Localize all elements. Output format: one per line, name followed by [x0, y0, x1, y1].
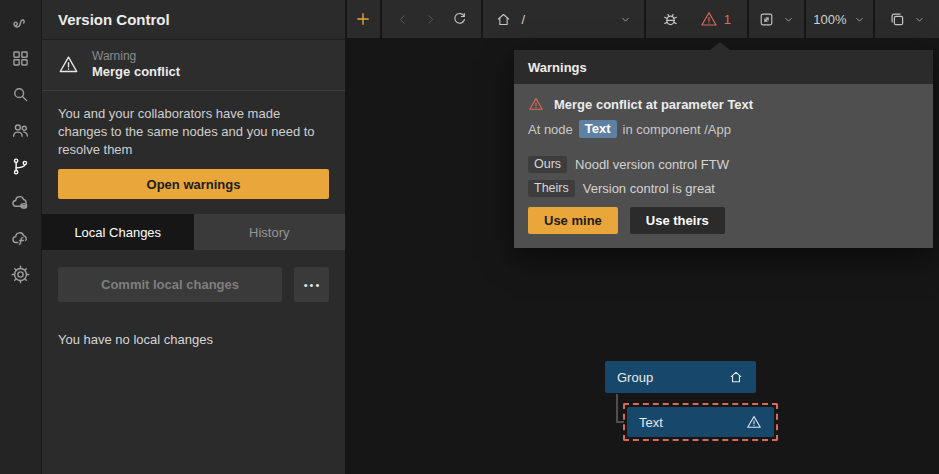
component-path: / [521, 12, 525, 27]
conflict-location: At node Text in component /App [528, 120, 919, 138]
popup-header: Warnings [514, 50, 933, 84]
popup-arrow [710, 42, 730, 50]
node-label: Group [617, 370, 653, 385]
merge-conflict-banner: Warning Merge conflict [42, 40, 345, 91]
alerts-group: 1 [646, 0, 747, 38]
navigation-group [382, 0, 482, 38]
canvas-toolbar: / 1 100% [345, 0, 939, 38]
theirs-value: Version control is great [583, 181, 715, 196]
collaborators-icon[interactable] [0, 112, 42, 148]
theirs-badge: Theirs [528, 180, 575, 197]
components-grid-icon[interactable] [0, 40, 42, 76]
back-button[interactable] [395, 12, 410, 27]
chevron-down-icon [853, 13, 866, 26]
cloud-services-icon[interactable] [0, 184, 42, 220]
commit-local-changes-button[interactable]: Commit local changes [58, 267, 282, 302]
viewport-size-dropdown[interactable] [875, 0, 939, 38]
node-connector-vertical [616, 394, 618, 423]
node-group[interactable]: Group [605, 361, 756, 393]
chevron-left-icon [395, 12, 410, 27]
expand-icon [758, 11, 775, 28]
conflict-title: Merge conflict at parameter Text [554, 97, 753, 112]
node-name-badge[interactable]: Text [579, 120, 617, 138]
chevron-right-icon [423, 12, 438, 27]
no-local-changes-message: You have no local changes [42, 302, 345, 347]
at-node-prefix: At node [528, 122, 573, 137]
search-icon[interactable] [0, 76, 42, 112]
warning-triangle-icon [700, 10, 718, 28]
tab-history[interactable]: History [194, 214, 346, 250]
conflict-actions: Use mine Use theirs [528, 207, 919, 234]
add-node-button[interactable] [347, 0, 380, 38]
ellipsis-icon: ••• [304, 279, 322, 291]
theirs-row: Theirs Version control is great [528, 180, 919, 197]
refresh-icon [451, 11, 468, 28]
tab-local-changes[interactable]: Local Changes [42, 214, 194, 250]
component-path-dropdown[interactable]: / [483, 0, 643, 38]
warning-count-badge: 1 [724, 12, 731, 27]
warning-triangle-icon [58, 54, 79, 75]
warning-triangle-icon [528, 96, 544, 112]
preview-mode-dropdown[interactable] [749, 0, 804, 38]
version-control-icon[interactable] [0, 148, 42, 184]
noodl-editor-window: Version Control Warning Merge conflict Y… [0, 0, 939, 474]
plus-icon [354, 10, 372, 28]
zoom-level-value: 100% [813, 12, 846, 27]
use-mine-button[interactable]: Use mine [528, 207, 618, 234]
home-icon [728, 369, 744, 385]
settings-gear-icon[interactable] [0, 256, 42, 292]
chevron-down-icon [619, 13, 632, 26]
warning-label: Warning [92, 49, 180, 64]
noodl-logo-icon[interactable] [0, 4, 42, 40]
ours-badge: Ours [528, 156, 567, 173]
panel-title: Version Control [58, 11, 170, 28]
warnings-indicator-button[interactable]: 1 [700, 10, 731, 28]
zoom-level-dropdown[interactable]: 100% [806, 0, 874, 38]
debug-button[interactable] [661, 10, 680, 29]
chevron-down-icon [782, 13, 795, 26]
ours-row: Ours Noodl version control FTW [528, 156, 919, 173]
panel-tabs: Local Changes History [42, 214, 345, 250]
at-node-suffix: in component /App [623, 122, 731, 137]
panel-header: Version Control [42, 0, 345, 40]
conflict-title-row: Merge conflict at parameter Text [528, 96, 919, 112]
home-icon [495, 11, 512, 28]
node-label: Text [639, 415, 663, 430]
warnings-popup: Warnings Merge conflict at parameter Tex… [514, 50, 933, 248]
use-theirs-button[interactable]: Use theirs [630, 207, 725, 234]
forward-button[interactable] [423, 12, 438, 27]
bug-icon [661, 10, 680, 29]
node-text-conflict-outline: Text [623, 403, 778, 441]
conflict-description: You and your collaborators have made cha… [42, 91, 345, 159]
popup-body: Merge conflict at parameter Text At node… [514, 84, 933, 248]
more-options-button[interactable]: ••• [294, 267, 329, 302]
popup-title: Warnings [528, 60, 587, 75]
node-text[interactable]: Text [627, 407, 774, 437]
open-warnings-button[interactable]: Open warnings [58, 169, 329, 199]
ours-value: Noodl version control FTW [575, 157, 729, 172]
frames-icon [888, 10, 906, 28]
version-control-panel: Version Control Warning Merge conflict Y… [42, 0, 345, 474]
warning-triangle-icon [746, 414, 762, 430]
warning-title: Merge conflict [92, 64, 180, 80]
refresh-button[interactable] [451, 11, 468, 28]
chevron-down-icon [913, 13, 926, 26]
cloud-functions-icon[interactable] [0, 220, 42, 256]
commit-row: Commit local changes ••• [42, 250, 345, 302]
activity-sidebar [0, 0, 42, 474]
